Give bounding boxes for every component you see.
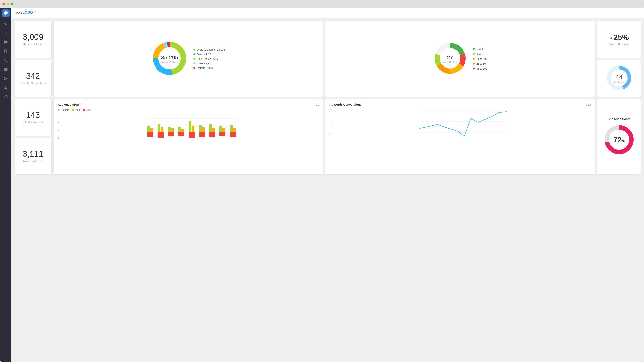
site-audit-value: 72 bbox=[614, 136, 622, 144]
linkedin-followers-label: Linkedin Followers bbox=[22, 121, 44, 124]
sidebar-item-send[interactable] bbox=[2, 74, 10, 83]
svg-rect-42 bbox=[230, 125, 232, 132]
row-1: 3,009 Facebook Likes 342 Youtube Subscri… bbox=[15, 21, 641, 97]
svg-rect-32 bbox=[188, 132, 194, 138]
lost-circle bbox=[83, 109, 85, 111]
website-visitors-total: 35,295 bbox=[161, 54, 178, 61]
rank4-label: 21 to 50 bbox=[476, 62, 486, 65]
headset-icon bbox=[4, 49, 8, 53]
rank3-dot bbox=[473, 58, 475, 60]
legend-paid: Paid Search - 6,177 bbox=[193, 57, 225, 60]
svg-rect-40 bbox=[222, 128, 225, 132]
legend-organic: Organic Search - 16,028 bbox=[193, 48, 225, 51]
legend-paid-growth: Paid bbox=[72, 109, 80, 111]
organic-growth-label: Organic bbox=[60, 109, 69, 111]
legend-referral: Referral - 966 bbox=[193, 66, 225, 69]
trust-flow-donut: 44 Trust Flow bbox=[606, 65, 632, 92]
dashboard: 3,009 Facebook Likes 342 Youtube Subscri… bbox=[12, 18, 644, 362]
sidebar-item-search[interactable] bbox=[2, 20, 10, 28]
svg-rect-22 bbox=[161, 127, 164, 132]
svg-rect-39 bbox=[220, 126, 222, 132]
svg-rect-36 bbox=[209, 124, 212, 132]
organic-circle bbox=[58, 109, 60, 111]
site-audit-unit: % bbox=[622, 139, 624, 143]
website-visitors-donut: 35,295 Website Visitors bbox=[152, 40, 188, 77]
svg-rect-25 bbox=[171, 128, 174, 132]
paid-label: Paid Search - 6,177 bbox=[197, 57, 220, 60]
audience-growth-card: Audience Growth 20 Organic Paid bbox=[54, 99, 323, 175]
website-visitors-card: 35,295 Website Visitors Organic Search -… bbox=[54, 21, 323, 97]
adwords-y-15: 15 bbox=[330, 121, 332, 123]
titlebar bbox=[0, 0, 644, 7]
site-audit-donut: 72% bbox=[603, 124, 635, 156]
legend-direct: Direct - 9,324 bbox=[193, 53, 225, 56]
twitter-followers-card: 3,111 Twitter Followers bbox=[15, 138, 51, 175]
email-label: Email - 1,228 bbox=[197, 62, 212, 65]
up-arrow-icon: ▲ bbox=[609, 35, 613, 39]
rank1-dot bbox=[473, 48, 475, 50]
linkedin-followers-card: 143 Linkedin Followers bbox=[15, 99, 51, 136]
close-button[interactable] bbox=[2, 2, 5, 5]
google-rankings-percent-card: ▲ 25% Google Rankings bbox=[597, 21, 641, 58]
sidebar-item-mail[interactable] bbox=[2, 65, 10, 74]
paid-growth-label: Paid bbox=[75, 109, 80, 111]
phone-icon bbox=[4, 58, 8, 62]
svg-rect-19 bbox=[150, 128, 153, 132]
youtube-subscribers-value: 342 bbox=[26, 72, 40, 80]
site-audit-card: Site Audit Score 72% bbox=[597, 99, 641, 175]
website-visitors-sublabel: Website Visitors bbox=[161, 61, 178, 63]
rank2-dot bbox=[473, 53, 475, 55]
organic-dot bbox=[193, 49, 195, 51]
svg-rect-30 bbox=[188, 121, 191, 132]
facebook-likes-card: 3,009 Facebook Likes bbox=[15, 21, 51, 58]
bar-chart-icon bbox=[4, 31, 8, 35]
minimize-button[interactable] bbox=[6, 2, 9, 5]
audience-growth-total: 20 bbox=[316, 103, 319, 106]
rank1-label: 1 to 3 bbox=[476, 47, 483, 50]
chat-icon bbox=[4, 40, 8, 44]
sidebar-item-headset[interactable] bbox=[2, 47, 10, 55]
svg-rect-31 bbox=[192, 126, 194, 132]
svg-rect-23 bbox=[158, 132, 164, 138]
mail-icon bbox=[4, 67, 8, 71]
trust-flow-card: 44 Trust Flow bbox=[597, 60, 641, 97]
adwords-header: AdWords Conversions 353 bbox=[330, 103, 591, 106]
legend-organic-growth: Organic bbox=[58, 109, 69, 111]
google-rankings-total: 27 bbox=[442, 54, 458, 61]
svg-rect-37 bbox=[212, 128, 215, 132]
google-percent-display: ▲ 25% bbox=[609, 33, 629, 42]
svg-rect-33 bbox=[199, 125, 202, 132]
y-label-4: 4 bbox=[58, 115, 59, 117]
svg-rect-38 bbox=[209, 132, 215, 138]
rank4-dot bbox=[473, 63, 475, 65]
user-icon bbox=[4, 86, 8, 90]
maximize-button[interactable] bbox=[11, 2, 13, 5]
google-rankings-card: 27 Google Rankings 1 to 3 bbox=[326, 21, 595, 97]
send-icon bbox=[4, 77, 8, 80]
referral-label: Referral - 966 bbox=[197, 66, 212, 69]
svg-rect-35 bbox=[199, 132, 205, 137]
line-chart-container: 23 15 8 bbox=[330, 109, 591, 139]
row-2: 143 Linkedin Followers 3,111 Twitter Fol… bbox=[15, 99, 641, 175]
sidebar-item-chat[interactable] bbox=[2, 38, 10, 46]
legend-lost-growth: Lost bbox=[83, 109, 90, 111]
ranking-4to10: 4 to 10 bbox=[473, 52, 487, 55]
twitter-followers-label: Twitter Followers bbox=[22, 160, 44, 163]
trust-flow-value: 44 bbox=[614, 73, 624, 81]
sidebar-logo[interactable] bbox=[2, 9, 10, 17]
twitter-followers-value: 3,111 bbox=[22, 150, 44, 158]
organic-label: Organic Search - 16,028 bbox=[197, 48, 225, 51]
svg-rect-24 bbox=[168, 127, 171, 132]
y-label-neg2: 2 bbox=[58, 137, 59, 139]
sidebar-item-phone[interactable] bbox=[2, 56, 10, 64]
bar-chart-container: 4 2 0 2 bbox=[58, 115, 319, 145]
svg-rect-26 bbox=[168, 132, 174, 136]
sidebar-item-user[interactable] bbox=[2, 83, 10, 92]
sidebar-item-chart[interactable] bbox=[2, 29, 10, 37]
sidebar-item-briefcase[interactable] bbox=[2, 93, 10, 101]
sidebar bbox=[0, 7, 12, 362]
google-percent-value: 25% bbox=[614, 33, 629, 42]
lost-growth-label: Lost bbox=[86, 109, 90, 111]
adwords-title: AdWords Conversions bbox=[330, 103, 361, 106]
paid-circle bbox=[72, 109, 74, 111]
